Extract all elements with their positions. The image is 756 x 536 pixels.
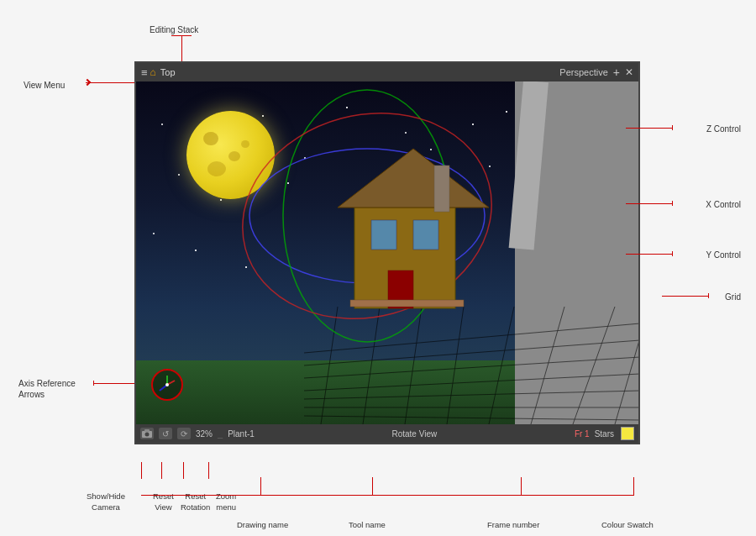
viewport: ≡ ⌂ Top Perspective + ✕ xyxy=(134,61,640,444)
status-bar: ↺ ⟳ 32% _ Plant-1 Rotate View Fr 1 Stars xyxy=(136,424,638,443)
reset-rotation-icon[interactable]: ⟳ xyxy=(177,428,191,439)
svg-line-14 xyxy=(615,332,640,424)
svg-line-8 xyxy=(363,307,380,424)
plus-button[interactable]: + xyxy=(613,66,620,79)
view-menu-label: View Menu xyxy=(24,81,65,90)
menu-icon[interactable]: ≡ xyxy=(141,66,148,79)
z-control-label: Z Control xyxy=(706,124,741,134)
home-icon[interactable]: ⌂ xyxy=(150,66,156,78)
colour-swatch-label: Colour Swatch xyxy=(601,520,654,529)
svg-point-28 xyxy=(165,383,169,386)
svg-line-1 xyxy=(304,357,640,378)
svg-line-13 xyxy=(573,307,615,424)
colour-name: Stars xyxy=(595,429,614,439)
svg-line-6 xyxy=(304,416,640,420)
viewport-title: Top xyxy=(160,67,176,77)
axis-reference-indicator xyxy=(151,369,183,401)
tool-name: Rotate View xyxy=(391,429,437,439)
zoom-display[interactable]: 32% xyxy=(196,429,213,439)
reset-view-icon[interactable]: ↺ xyxy=(159,428,172,439)
svg-line-4 xyxy=(304,391,640,399)
grid-label: Grid xyxy=(725,292,741,302)
svg-point-30 xyxy=(145,433,150,437)
tool-name-label: Tool name xyxy=(349,520,386,529)
svg-line-9 xyxy=(405,307,422,424)
frame-number-label: Frame number xyxy=(487,520,539,529)
svg-line-3 xyxy=(304,323,640,353)
svg-line-7 xyxy=(321,307,338,424)
axis-arrows-label: Axis ReferenceArrows xyxy=(18,378,76,400)
frame-number: Fr 1 xyxy=(575,429,590,439)
perspective-label: Perspective xyxy=(559,67,607,77)
viewport-toolbar: ≡ ⌂ Top Perspective + ✕ xyxy=(136,63,638,81)
drawing-name-label: Drawing name xyxy=(237,520,288,529)
camera-icon[interactable] xyxy=(140,428,154,439)
drawing-name: Plant-1 xyxy=(228,429,255,439)
svg-rect-31 xyxy=(144,429,150,432)
svg-line-10 xyxy=(447,307,464,424)
colour-swatch[interactable] xyxy=(621,427,634,440)
moon xyxy=(186,111,275,199)
editing-stack-label: Editing Stack xyxy=(150,25,198,34)
svg-line-2 xyxy=(304,340,640,365)
x-control-label: X Control xyxy=(706,200,741,209)
y-control-label: Y Control xyxy=(706,250,741,260)
svg-line-12 xyxy=(531,307,564,424)
close-button[interactable]: ✕ xyxy=(625,66,633,78)
show-hide-camera-label: Show/HideCamera xyxy=(87,491,125,512)
